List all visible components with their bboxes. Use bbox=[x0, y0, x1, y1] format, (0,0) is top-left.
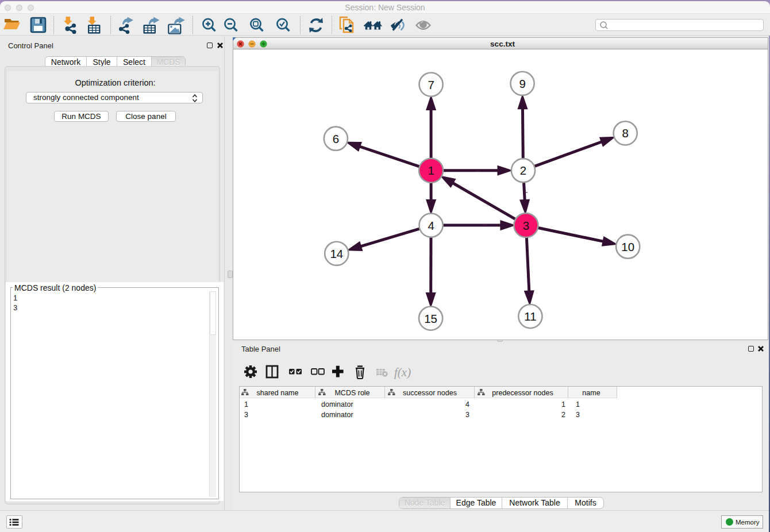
svg-text:8: 8 bbox=[622, 126, 628, 140]
svg-text:shared name: shared name bbox=[257, 389, 299, 397]
svg-text:11: 11 bbox=[524, 310, 536, 323]
svg-text:1: 1 bbox=[561, 400, 565, 408]
svg-text:1: 1 bbox=[244, 400, 248, 408]
svg-text:3: 3 bbox=[244, 411, 248, 419]
svg-text:10: 10 bbox=[621, 240, 634, 253]
svg-text:successor nodes: successor nodes bbox=[403, 389, 457, 397]
svg-text:dominator: dominator bbox=[321, 411, 353, 419]
svg-text:dominator: dominator bbox=[321, 400, 353, 408]
svg-text:14: 14 bbox=[330, 247, 343, 260]
svg-text:1: 1 bbox=[576, 400, 580, 408]
svg-text:MCDS role: MCDS role bbox=[334, 389, 369, 397]
svg-text:1: 1 bbox=[428, 164, 434, 177]
svg-text:2: 2 bbox=[520, 164, 526, 177]
svg-text:3: 3 bbox=[576, 411, 580, 419]
svg-text:3: 3 bbox=[523, 219, 529, 232]
svg-text:predecessor nodes: predecessor nodes bbox=[492, 389, 553, 397]
svg-text:f(x): f(x) bbox=[394, 365, 411, 379]
svg-text:15: 15 bbox=[424, 312, 437, 325]
svg-text:7: 7 bbox=[428, 78, 434, 91]
svg-text:4: 4 bbox=[465, 400, 469, 408]
svg-text:9: 9 bbox=[519, 77, 525, 90]
svg-text:4: 4 bbox=[428, 219, 434, 232]
svg-text:name: name bbox=[582, 389, 600, 397]
svg-text:3: 3 bbox=[465, 411, 469, 419]
svg-text:6: 6 bbox=[333, 132, 339, 145]
svg-text:2: 2 bbox=[561, 411, 565, 419]
